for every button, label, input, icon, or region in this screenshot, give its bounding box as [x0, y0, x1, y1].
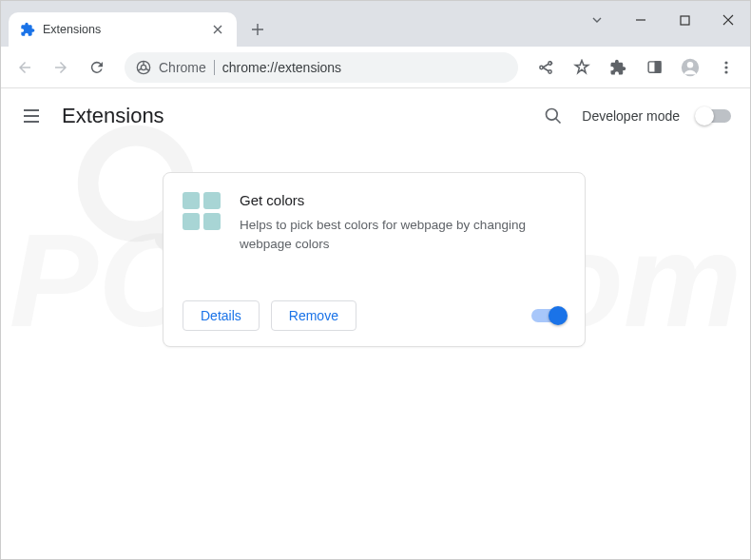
extension-name: Get colors [240, 192, 566, 208]
details-button[interactable]: Details [183, 300, 260, 331]
url-scheme-label: Chrome [159, 60, 206, 75]
chrome-icon [136, 60, 151, 75]
svg-point-4 [141, 65, 145, 69]
extensions-button[interactable] [602, 51, 634, 84]
profile-button[interactable] [674, 51, 706, 84]
search-extensions-button[interactable] [542, 105, 565, 127]
remove-button[interactable]: Remove [271, 300, 356, 331]
main-menu-button[interactable] [20, 105, 43, 127]
svg-point-7 [549, 69, 551, 72]
reload-button[interactable] [81, 51, 113, 84]
window-controls [575, 1, 750, 39]
menu-button[interactable] [710, 51, 742, 84]
address-bar[interactable]: Chrome chrome://extensions [125, 52, 518, 83]
minimize-button[interactable] [619, 1, 663, 39]
bookmark-button[interactable] [566, 51, 598, 84]
extensions-page: Extensions Developer mode Get colors Hel… [1, 88, 750, 559]
side-panel-button[interactable] [638, 51, 670, 84]
extension-app-icon [183, 192, 221, 230]
header-actions: Developer mode [542, 105, 731, 127]
extension-enable-toggle[interactable] [531, 309, 566, 322]
forward-button[interactable] [45, 51, 77, 84]
svg-point-11 [687, 62, 693, 68]
browser-toolbar: Chrome chrome://extensions [1, 47, 750, 88]
svg-point-15 [547, 109, 558, 121]
svg-point-12 [724, 61, 727, 64]
tab-title: Extensions [43, 23, 210, 36]
extension-description: Helps to pick best colors for webpage by… [240, 216, 566, 253]
extension-card: Get colors Helps to pick best colors for… [163, 172, 586, 347]
svg-point-14 [724, 70, 727, 73]
tab-search-button[interactable] [575, 1, 619, 39]
close-tab-icon[interactable] [210, 22, 225, 37]
maximize-button[interactable] [663, 1, 706, 39]
share-button[interactable] [530, 51, 562, 84]
developer-mode-label: Developer mode [582, 108, 680, 124]
svg-point-5 [540, 66, 543, 68]
close-window-button[interactable] [706, 1, 750, 39]
browser-tab[interactable]: Extensions [9, 12, 237, 47]
back-button[interactable] [9, 51, 41, 84]
titlebar: Extensions [1, 1, 750, 47]
new-tab-button[interactable] [244, 16, 271, 43]
svg-rect-9 [655, 62, 661, 72]
extension-puzzle-icon [20, 22, 35, 37]
url-text: chrome://extensions [222, 60, 341, 75]
page-title: Extensions [62, 104, 523, 128]
omnibox-divider [214, 60, 215, 75]
page-header: Extensions Developer mode [1, 88, 750, 144]
svg-point-13 [724, 66, 727, 68]
developer-mode-toggle[interactable] [697, 109, 731, 123]
svg-rect-2 [681, 16, 689, 25]
toggle-knob [549, 306, 568, 325]
toggle-knob [695, 106, 714, 126]
